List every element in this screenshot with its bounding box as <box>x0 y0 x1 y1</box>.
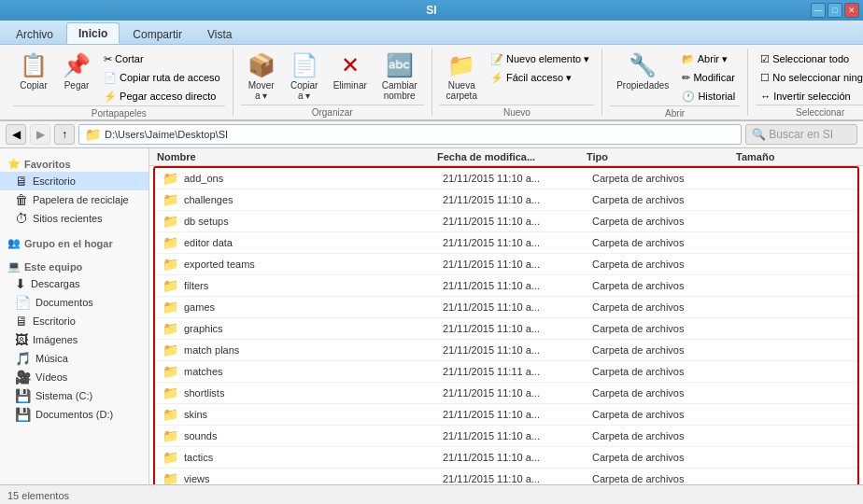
forward-button[interactable]: ▶ <box>30 124 50 145</box>
up-button[interactable]: ↑ <box>54 124 75 145</box>
ribbon-group-nuevo: 📁 Nuevacarpeta 📝 Nuevo elemento ▾ ⚡ Fáci… <box>432 49 603 116</box>
folder-date: 21/11/2015 11:10 a... <box>443 216 592 227</box>
col-header-date[interactable]: Fecha de modifica... <box>437 151 587 162</box>
table-row[interactable]: 📁 views 21/11/2015 11:10 a... Carpeta de… <box>155 469 857 484</box>
table-row[interactable]: 📁 filters 21/11/2015 11:10 a... Carpeta … <box>155 275 857 297</box>
maximize-button[interactable]: □ <box>828 3 842 18</box>
table-row[interactable]: 📁 add_ons 21/11/2015 11:10 a... Carpeta … <box>155 168 857 189</box>
tab-compartir[interactable]: Compartir <box>120 23 194 44</box>
folder-date: 21/11/2015 11:11 a... <box>443 366 592 377</box>
sidebar-item-descargas[interactable]: ⬇ Descargas <box>0 274 149 293</box>
invertir-button[interactable]: ↔ Invertir selección <box>756 88 863 105</box>
tab-archivo[interactable]: Archivo <box>4 23 65 44</box>
copy-icon: 📋 <box>20 52 48 78</box>
folder-icon: 📁 <box>163 300 178 315</box>
col-header-size[interactable]: Tamaño <box>736 151 811 162</box>
folder-name: matches <box>184 366 223 377</box>
ribbon-content: 📋 Copiar 📌 Pegar ✂ Cortar 📄 Copiar ruta … <box>0 45 863 121</box>
portapapeles-small: ✂ Cortar 📄 Copiar ruta de acceso ⚡ Pegar… <box>99 49 225 105</box>
nueva-carpeta-button[interactable]: 📁 Nuevacarpeta <box>440 49 484 105</box>
sidebar-item-imagenes[interactable]: 🖼 Imágenes <box>0 330 149 349</box>
musica-label: Música <box>35 353 68 364</box>
sidebar-item-musica[interactable]: 🎵 Música <box>0 349 149 368</box>
computer-section[interactable]: 💻 Este equipo <box>0 257 149 274</box>
documentos-label: Documentos <box>35 297 93 308</box>
copiar-a-label: Copiara ▾ <box>290 80 318 101</box>
recent-icon: ⏱ <box>15 211 28 226</box>
col-header-type[interactable]: Tipo <box>587 151 736 162</box>
recycle-icon: 🗑 <box>15 192 28 207</box>
tab-inicio[interactable]: Inicio <box>66 22 120 44</box>
folder-date: 21/11/2015 11:10 a... <box>443 323 592 334</box>
table-row[interactable]: 📁 db setups 21/11/2015 11:10 a... Carpet… <box>155 211 857 232</box>
abrir-button[interactable]: 📂 Abrir ▾ <box>677 50 740 68</box>
sidebar-item-escritorio2[interactable]: 🖥 Escritorio <box>0 312 149 330</box>
folder-type: Carpeta de archivos <box>592 280 742 291</box>
seleccionar-label: Seleccionar <box>756 105 863 118</box>
eliminar-button[interactable]: ✕ Eliminar <box>327 49 374 94</box>
historial-button[interactable]: 🕐 Historial <box>677 88 740 105</box>
table-row[interactable]: 📁 graphics 21/11/2015 11:10 a... Carpeta… <box>155 318 857 340</box>
folder-date: 21/11/2015 11:10 a... <box>443 344 592 356</box>
no-seleccionar-button[interactable]: ☐ No seleccionar ninguno <box>756 69 863 87</box>
sidebar-item-videos[interactable]: 🎥 Vídeos <box>0 368 149 386</box>
mover-button[interactable]: 📦 Movera ▾ <box>241 49 282 105</box>
table-row[interactable]: 📁 skins 21/11/2015 11:10 a... Carpeta de… <box>155 404 857 426</box>
cambiar-label: Cambiarnombre <box>382 80 417 101</box>
back-button[interactable]: ◀ <box>6 124 26 145</box>
ribbon-group-organizar: 📦 Movera ▾ 📄 Copiara ▾ ✕ Eliminar 🔤 Camb… <box>233 49 432 116</box>
search-button[interactable]: 🔍 Buscar en SI <box>745 124 857 145</box>
title-buttons: — □ ✕ <box>811 3 859 18</box>
pegar-button[interactable]: 📌 Pegar <box>56 49 97 94</box>
table-row[interactable]: 📁 editor data 21/11/2015 11:10 a... Carp… <box>155 232 857 254</box>
propiedades-button[interactable]: 🔧 Propiedades <box>610 49 675 94</box>
seleccionar-todo-button[interactable]: ☑ Seleccionar todo <box>756 50 863 68</box>
cambiar-nombre-button[interactable]: 🔤 Cambiarnombre <box>375 49 424 105</box>
sidebar-item-papelera[interactable]: 🗑 Papelera de reciclaje <box>0 190 149 209</box>
folder-icon: 📁 <box>163 471 178 484</box>
sidebar-item-escritorio[interactable]: 🖥 Escritorio <box>0 172 149 190</box>
folder-icon: 📁 <box>163 214 178 229</box>
tab-vista[interactable]: Vista <box>195 23 244 44</box>
address-path-input[interactable]: 📁 D:\Users\Jaime\Desktop\SI <box>78 124 742 145</box>
table-row[interactable]: 📁 challenges 21/11/2015 11:10 a... Carpe… <box>155 189 857 211</box>
table-row[interactable]: 📁 tactics 21/11/2015 11:10 a... Carpeta … <box>155 447 857 469</box>
sidebar-item-documentos[interactable]: 📄 Documentos <box>0 293 149 312</box>
sidebar-item-documentosd[interactable]: 💾 Documentos (D:) <box>0 405 149 424</box>
sidebar-item-recientes[interactable]: ⏱ Sitios recientes <box>0 209 149 228</box>
facil-acceso-button[interactable]: ⚡ Fácil acceso ▾ <box>486 69 594 87</box>
table-row[interactable]: 📁 games 21/11/2015 11:10 a... Carpeta de… <box>155 297 857 318</box>
folder-name: match plans <box>184 344 239 356</box>
folder-icon: 📁 <box>163 192 178 207</box>
table-row[interactable]: 📁 match plans 21/11/2015 11:10 a... Carp… <box>155 340 857 361</box>
table-row[interactable]: 📁 matches 21/11/2015 11:11 a... Carpeta … <box>155 361 857 383</box>
folder-icon: 📁 <box>163 407 178 422</box>
col-header-name[interactable]: Nombre <box>157 151 437 162</box>
modificar-button[interactable]: ✏ Modificar <box>677 69 740 87</box>
sidebar-item-sistemac[interactable]: 💾 Sistema (C:) <box>0 386 149 405</box>
folder-name: editor data <box>184 237 233 248</box>
imagenes-label: Imágenes <box>33 334 78 345</box>
table-row[interactable]: 📁 shortlists 21/11/2015 11:10 a... Carpe… <box>155 383 857 404</box>
folder-type: Carpeta de archivos <box>592 387 742 399</box>
copiar-button[interactable]: 📋 Copiar <box>13 49 54 94</box>
folder-type: Carpeta de archivos <box>592 409 742 420</box>
paste-icon: 📌 <box>63 52 91 78</box>
videos-label: Vídeos <box>35 371 67 383</box>
mover-label: Movera ▾ <box>248 80 275 101</box>
favorites-section[interactable]: ⭐ Favoritos <box>0 154 149 172</box>
folder-type: Carpeta de archivos <box>592 194 742 205</box>
close-button[interactable]: ✕ <box>844 3 859 18</box>
folder-type: Carpeta de archivos <box>592 173 742 184</box>
favorites-label: Favoritos <box>24 159 71 170</box>
copiar-a-button[interactable]: 📄 Copiara ▾ <box>284 49 325 105</box>
pegar-acceso-button[interactable]: ⚡ Pegar acceso directo <box>99 88 225 105</box>
images-icon: 🖼 <box>15 332 28 347</box>
table-row[interactable]: 📁 sounds 21/11/2015 11:10 a... Carpeta d… <box>155 426 857 447</box>
table-row[interactable]: 📁 exported teams 21/11/2015 11:10 a... C… <box>155 254 857 275</box>
homegroup-section[interactable]: 👥 Grupo en el hogar <box>0 233 149 251</box>
cortar-button[interactable]: ✂ Cortar <box>99 50 225 68</box>
nuevo-elemento-button[interactable]: 📝 Nuevo elemento ▾ <box>486 50 594 68</box>
minimize-button[interactable]: — <box>811 3 826 18</box>
copiar-ruta-button[interactable]: 📄 Copiar ruta de acceso <box>99 69 225 87</box>
